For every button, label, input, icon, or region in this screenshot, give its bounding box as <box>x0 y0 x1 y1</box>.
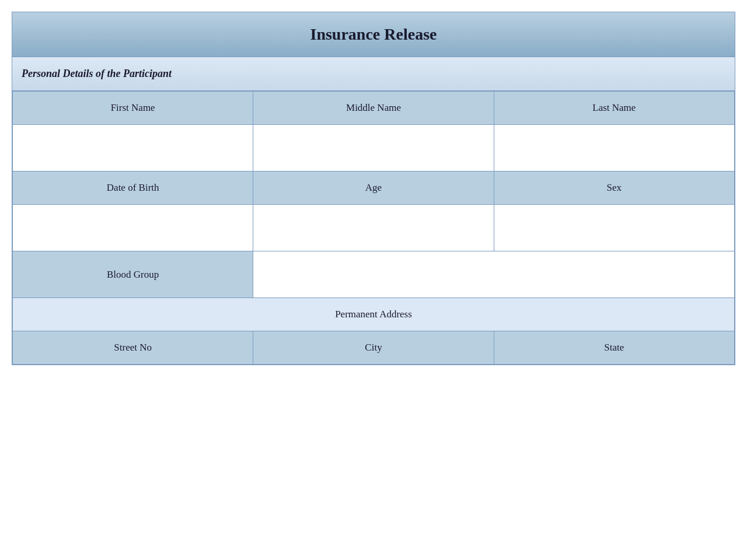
insurance-release-form: Insurance Release Personal Details of th… <box>12 12 735 365</box>
section-header-row: Personal Details of the Participant <box>12 57 735 91</box>
sex-input[interactable] <box>500 211 728 245</box>
form-title-row: Insurance Release <box>12 12 735 57</box>
name-label-row: First Name Middle Name Last Name <box>13 92 735 125</box>
middle-name-value[interactable] <box>253 125 494 172</box>
dob-value[interactable] <box>13 205 253 251</box>
sex-value[interactable] <box>494 205 734 251</box>
permanent-address-label: Permanent Address <box>13 298 735 331</box>
sex-label: Sex <box>494 172 734 205</box>
blood-group-input[interactable] <box>253 251 734 298</box>
form-title: Insurance Release <box>310 25 437 43</box>
first-name-input[interactable] <box>19 131 247 165</box>
first-name-label: First Name <box>13 92 253 125</box>
age-input[interactable] <box>259 211 487 245</box>
age-label: Age <box>253 172 494 205</box>
first-name-value[interactable] <box>13 125 253 172</box>
dob-value-row <box>13 205 735 251</box>
middle-name-label: Middle Name <box>253 92 494 125</box>
dob-input[interactable] <box>19 211 247 245</box>
state-label: State <box>494 331 734 365</box>
last-name-value[interactable] <box>494 125 734 172</box>
street-no-label: Street No <box>13 331 253 365</box>
address-label-row: Street No City State <box>13 331 735 365</box>
dob-label-row: Date of Birth Age Sex <box>13 172 735 205</box>
form-table: First Name Middle Name Last Name Date of… <box>12 91 735 365</box>
blood-group-label: Blood Group <box>13 251 253 298</box>
city-label: City <box>253 331 494 365</box>
last-name-input[interactable] <box>500 131 728 165</box>
age-value[interactable] <box>253 205 494 251</box>
last-name-label: Last Name <box>494 92 734 125</box>
permanent-address-header-row: Permanent Address <box>13 298 735 331</box>
blood-group-value[interactable] <box>253 251 735 298</box>
dob-label: Date of Birth <box>13 172 253 205</box>
name-value-row <box>13 125 735 172</box>
section-header-text: Personal Details of the Participant <box>22 68 172 79</box>
middle-name-input[interactable] <box>259 131 487 165</box>
blood-group-row: Blood Group <box>13 251 735 298</box>
